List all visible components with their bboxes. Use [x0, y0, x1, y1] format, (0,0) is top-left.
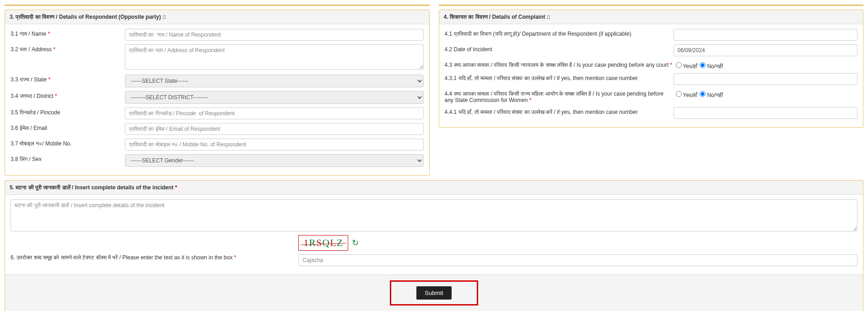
date-incident-input[interactable] — [674, 44, 858, 56]
label-date-incident: 4.2 Date of Incident — [445, 46, 492, 53]
submit-button[interactable]: Submit — [416, 286, 451, 300]
complaint-heading: 4. शिकायत का विवरण / Details of Complain… — [439, 10, 863, 24]
label-department: 4.1 प्रतिवादी का विभाग (यदि लागू हो)/ De… — [445, 31, 631, 37]
respondent-address-input[interactable] — [125, 44, 424, 70]
label-captcha: 6. उपरोक्त शब्द समूह को सामने वाले टेक्स… — [11, 254, 232, 261]
respondent-panel: 3. प्रतिवादी का विवरण / Details of Respo… — [5, 10, 430, 176]
label-pincode: 3.5 पिनकोड / Pincode — [11, 109, 60, 116]
court-yes-radio[interactable] — [676, 62, 682, 68]
label-court-pending: 4.3 क्या आपका मामला / परिवाद किसी न्याया… — [445, 62, 669, 68]
commission-no-radio[interactable] — [700, 91, 706, 97]
label-name: 3.1 नाम / Name — [11, 31, 46, 37]
label-state: 3.3 राज्य / State — [11, 76, 47, 83]
submit-highlight: Submit — [390, 280, 478, 306]
department-input[interactable] — [674, 29, 858, 41]
label-address: 3.2 पता / Address — [11, 46, 52, 53]
respondent-state-select[interactable]: ------SELECT State------ — [125, 75, 424, 87]
label-court-case: 4.3.1 यदि हाँ, तो मामला / परिवाद संख्या … — [445, 75, 638, 81]
incident-details-textarea[interactable] — [11, 199, 857, 231]
court-case-input[interactable] — [674, 73, 858, 85]
commission-case-input[interactable] — [674, 107, 858, 119]
incident-heading: 5. घटना की पूरी जानकारी डालें / Insert c… — [10, 184, 173, 191]
incident-panel: 5. घटना की पूरी जानकारी डालें / Insert c… — [5, 180, 863, 311]
respondent-pincode-input[interactable] — [125, 107, 424, 119]
label-mobile: 3.7 मोबाइल न०/ Mobile No. — [11, 140, 71, 147]
captcha-image: 1RSQLZ — [298, 235, 348, 251]
commission-yes-radio[interactable] — [676, 91, 682, 97]
label-email: 3.6 ईमेल / Email — [11, 125, 47, 131]
captcha-input[interactable] — [298, 254, 857, 266]
refresh-captcha-icon[interactable]: ↻ — [352, 238, 359, 248]
respondent-heading: 3. प्रतिवादी का विवरण / Details of Respo… — [5, 10, 429, 24]
respondent-name-input[interactable] — [125, 29, 424, 41]
label-commission-case: 4.4.1 यदि हाँ, तो मामला / परिवाद संख्या … — [445, 109, 638, 115]
complaint-panel: 4. शिकायत का विवरण / Details of Complain… — [439, 10, 864, 128]
label-district: 3.4 जनपद / District — [11, 93, 54, 99]
label-commission-pending: 4.4 क्या आपका मामला / परिवाद किसी राज्य … — [445, 91, 663, 103]
court-no-radio[interactable] — [700, 62, 706, 68]
respondent-email-input[interactable] — [125, 123, 424, 135]
respondent-sex-select[interactable]: ------SELECT Gender------ — [125, 154, 424, 167]
respondent-district-select[interactable]: --------SELECT DISTRICT-------- — [125, 91, 424, 104]
respondent-mobile-input[interactable] — [125, 139, 424, 150]
label-sex: 3.8 लिंग / Sex — [11, 156, 42, 162]
